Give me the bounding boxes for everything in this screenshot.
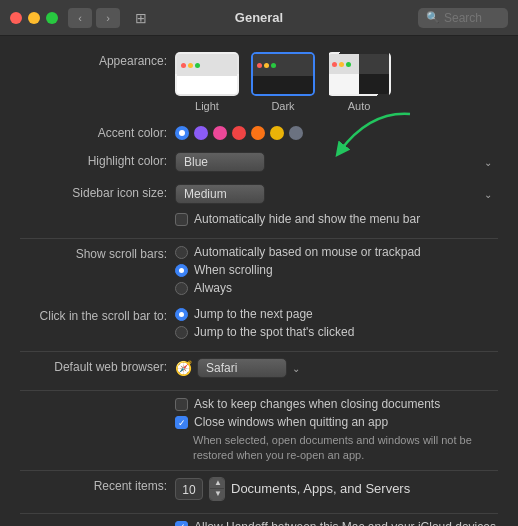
window-title: General bbox=[235, 10, 283, 25]
scroll-bars-scrolling-row: When scrolling bbox=[175, 263, 498, 277]
ask-keep-changes-content: Ask to keep changes when closing documen… bbox=[175, 397, 498, 411]
back-button[interactable]: ‹ bbox=[68, 8, 92, 28]
recent-items-stepper: ▲ ▼ bbox=[209, 477, 225, 501]
allow-handoff-label: Allow Handoff between this Mac and your … bbox=[194, 520, 496, 526]
click-spot-clicked-row: Jump to the spot that's clicked bbox=[175, 325, 498, 339]
forward-button[interactable]: › bbox=[96, 8, 120, 28]
nav-buttons: ‹ › bbox=[68, 8, 120, 28]
scroll-bars-auto-radio[interactable] bbox=[175, 246, 188, 259]
sidebar-icon-size-content: Medium Small Large ⌄ Automatically hide … bbox=[175, 184, 498, 226]
appearance-auto[interactable]: Auto bbox=[327, 52, 391, 112]
highlight-color-row: Highlight color: Blue Gold Graphite ⌄ bbox=[20, 152, 498, 172]
divider-2 bbox=[20, 351, 498, 352]
appearance-options: Light Dark bbox=[175, 52, 498, 112]
close-windows-content: Close windows when quitting an app When … bbox=[175, 415, 498, 464]
appearance-dark[interactable]: Dark bbox=[251, 52, 315, 112]
close-windows-empty-label bbox=[20, 415, 175, 417]
default-browser-label: Default web browser: bbox=[20, 358, 175, 374]
accent-gray[interactable] bbox=[289, 126, 303, 140]
sidebar-icon-size-select-wrap[interactable]: Medium Small Large ⌄ bbox=[175, 184, 498, 204]
highlight-color-label: Highlight color: bbox=[20, 152, 175, 168]
ask-keep-changes-label: Ask to keep changes when closing documen… bbox=[194, 397, 440, 411]
browser-select[interactable]: Safari Chrome Firefox bbox=[197, 358, 287, 378]
divider-5 bbox=[20, 513, 498, 514]
accent-pink[interactable] bbox=[213, 126, 227, 140]
close-windows-checkbox[interactable] bbox=[175, 416, 188, 429]
traffic-lights bbox=[10, 12, 58, 24]
click-next-page-radio[interactable] bbox=[175, 308, 188, 321]
accent-color-label: Accent color: bbox=[20, 124, 175, 140]
sidebar-icon-size-select[interactable]: Medium Small Large bbox=[175, 184, 265, 204]
browser-chevron-icon: ⌄ bbox=[292, 363, 300, 374]
scroll-bars-radio-group: Automatically based on mouse or trackpad… bbox=[175, 245, 498, 295]
search-box[interactable]: 🔍 bbox=[418, 8, 508, 28]
recent-items-row: Recent items: 10 ▲ ▼ Documents, Apps, an… bbox=[20, 477, 498, 501]
scroll-bars-always-label: Always bbox=[194, 281, 232, 295]
light-label: Light bbox=[195, 100, 219, 112]
default-browser-content: 🧭 Safari Chrome Firefox ⌄ bbox=[175, 358, 498, 378]
ask-keep-changes-row: Ask to keep changes when closing documen… bbox=[20, 397, 498, 411]
settings-content: Appearance: Light bbox=[0, 36, 518, 526]
accent-yellow[interactable] bbox=[270, 126, 284, 140]
accent-orange[interactable] bbox=[251, 126, 265, 140]
accent-purple[interactable] bbox=[194, 126, 208, 140]
search-input[interactable] bbox=[444, 11, 509, 25]
ask-keep-changes-checkbox[interactable] bbox=[175, 398, 188, 411]
grid-button[interactable]: ⊞ bbox=[128, 8, 154, 28]
menu-bar-label: Automatically hide and show the menu bar bbox=[194, 212, 420, 226]
minimize-button[interactable] bbox=[28, 12, 40, 24]
click-next-page-row: Jump to the next page bbox=[175, 307, 498, 321]
close-windows-note: When selected, open documents and window… bbox=[175, 433, 498, 464]
appearance-row: Appearance: Light bbox=[20, 52, 498, 112]
recent-items-stepper-wrap: 10 ▲ ▼ Documents, Apps, and Servers bbox=[175, 477, 498, 501]
sidebar-icon-size-label: Sidebar icon size: bbox=[20, 184, 175, 200]
allow-handoff-checkbox[interactable] bbox=[175, 521, 188, 526]
highlight-chevron-icon: ⌄ bbox=[484, 157, 492, 168]
show-scroll-bars-content: Automatically based on mouse or trackpad… bbox=[175, 245, 498, 295]
click-spot-clicked-radio[interactable] bbox=[175, 326, 188, 339]
appearance-light[interactable]: Light bbox=[175, 52, 239, 112]
allow-handoff-content: Allow Handoff between this Mac and your … bbox=[175, 520, 498, 526]
divider-4 bbox=[20, 470, 498, 471]
accent-red[interactable] bbox=[232, 126, 246, 140]
scroll-bars-scrolling-label: When scrolling bbox=[194, 263, 273, 277]
menu-bar-checkbox-row: Automatically hide and show the menu bar bbox=[175, 212, 498, 226]
click-spot-clicked-label: Jump to the spot that's clicked bbox=[194, 325, 354, 339]
default-browser-row: Default web browser: 🧭 Safari Chrome Fir… bbox=[20, 358, 498, 378]
accent-color-row: Accent color: bbox=[20, 124, 498, 140]
scroll-bars-scrolling-radio[interactable] bbox=[175, 264, 188, 277]
scroll-bars-auto-label: Automatically based on mouse or trackpad bbox=[194, 245, 421, 259]
sidebar-size-chevron-icon: ⌄ bbox=[484, 189, 492, 200]
highlight-color-select[interactable]: Blue Gold Graphite bbox=[175, 152, 265, 172]
divider-3 bbox=[20, 390, 498, 391]
click-scroll-radio-group: Jump to the next page Jump to the spot t… bbox=[175, 307, 498, 339]
click-scroll-bar-row: Click in the scroll bar to: Jump to the … bbox=[20, 307, 498, 339]
click-scroll-bar-content: Jump to the next page Jump to the spot t… bbox=[175, 307, 498, 339]
recent-items-decrement[interactable]: ▼ bbox=[210, 489, 225, 500]
accent-blue[interactable] bbox=[175, 126, 189, 140]
close-windows-label: Close windows when quitting an app bbox=[194, 415, 388, 429]
recent-items-suffix: Documents, Apps, and Servers bbox=[231, 481, 410, 496]
click-scroll-bar-label: Click in the scroll bar to: bbox=[20, 307, 175, 323]
sidebar-icon-size-row: Sidebar icon size: Medium Small Large ⌄ … bbox=[20, 184, 498, 226]
show-scroll-bars-label: Show scroll bars: bbox=[20, 245, 175, 261]
close-windows-checkbox-row: Close windows when quitting an app bbox=[175, 415, 498, 429]
allow-handoff-checkbox-row: Allow Handoff between this Mac and your … bbox=[175, 520, 498, 526]
recent-items-value[interactable]: 10 bbox=[175, 478, 203, 500]
show-scroll-bars-row: Show scroll bars: Automatically based on… bbox=[20, 245, 498, 295]
highlight-color-select-wrap[interactable]: Blue Gold Graphite ⌄ bbox=[175, 152, 498, 172]
allow-handoff-empty-label bbox=[20, 520, 175, 522]
recent-items-label: Recent items: bbox=[20, 477, 175, 493]
recent-items-increment[interactable]: ▲ bbox=[210, 478, 225, 489]
dark-label: Dark bbox=[271, 100, 294, 112]
scroll-bars-always-radio[interactable] bbox=[175, 282, 188, 295]
browser-select-wrap[interactable]: 🧭 Safari Chrome Firefox ⌄ bbox=[175, 358, 498, 378]
appearance-label: Appearance: bbox=[20, 52, 175, 68]
highlight-color-content: Blue Gold Graphite ⌄ bbox=[175, 152, 498, 172]
scroll-bars-always-row: Always bbox=[175, 281, 498, 295]
close-windows-row: Close windows when quitting an app When … bbox=[20, 415, 498, 464]
close-button[interactable] bbox=[10, 12, 22, 24]
menu-bar-checkbox[interactable] bbox=[175, 213, 188, 226]
maximize-button[interactable] bbox=[46, 12, 58, 24]
recent-items-content: 10 ▲ ▼ Documents, Apps, and Servers bbox=[175, 477, 498, 501]
